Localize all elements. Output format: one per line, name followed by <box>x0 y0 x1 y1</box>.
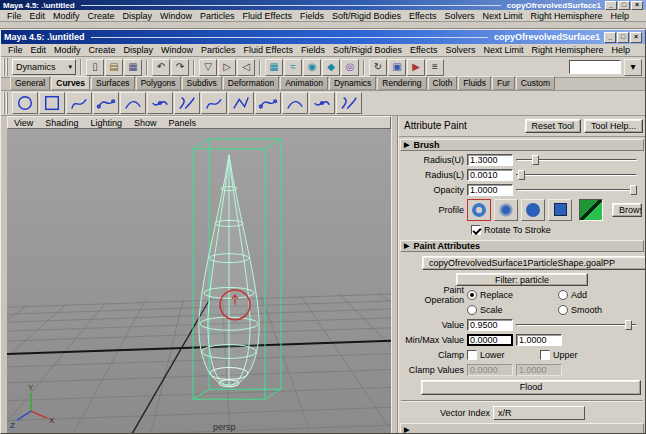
snap-surface-icon[interactable]: ◆ <box>322 59 340 76</box>
redo-icon[interactable]: ↷ <box>171 59 189 76</box>
maximize-button[interactable]: □ <box>617 32 629 43</box>
shelf-tab-surfaces[interactable]: Surfaces <box>91 76 135 90</box>
minimize-button[interactable]: _ <box>605 1 617 10</box>
radius-l-slider[interactable] <box>516 169 637 181</box>
menu-particles[interactable]: Particles <box>196 11 239 21</box>
menu-effects[interactable]: Effects <box>405 11 440 21</box>
new-scene-icon[interactable]: ▯ <box>86 59 104 76</box>
profile-square-button[interactable] <box>548 199 572 221</box>
menu-next-limit[interactable]: Next Limit <box>479 45 527 55</box>
menu-modify[interactable]: Modify <box>50 45 85 55</box>
make-live-icon[interactable]: ◎ <box>341 59 359 76</box>
ep-curve-shelf-icon[interactable] <box>93 92 119 114</box>
select-object-icon[interactable]: ▷ <box>218 59 236 76</box>
shelf-tab-rendering[interactable]: Rendering <box>377 76 426 90</box>
profile-gaussian-button[interactable] <box>467 199 491 221</box>
snap-grid-icon[interactable]: ▦ <box>265 59 283 76</box>
arc-2pt-shelf-icon[interactable] <box>147 92 173 114</box>
radius-u-field[interactable]: 1.3000 <box>467 154 513 166</box>
close-button[interactable]: × <box>631 1 643 10</box>
brush-section-header[interactable]: ▶ Brush <box>400 139 644 151</box>
paint-attributes-section-header[interactable]: ▶ Paint Attributes <box>400 240 644 252</box>
rebuild-curve-shelf-icon[interactable] <box>336 92 362 114</box>
menu-fluid-effects[interactable]: Fluid Effects <box>240 45 297 55</box>
menu-window[interactable]: Window <box>156 11 196 21</box>
paint-attribute-button[interactable]: copyOfrevolvedSurface1ParticleShape.goal… <box>422 256 645 270</box>
menu-fields[interactable]: Fields <box>297 45 329 55</box>
background-window-titlebar[interactable]: Maya 4.5: .\untitled copyOfrevolvedSurfa… <box>0 0 646 10</box>
shelf-tab-fluids[interactable]: Fluids <box>458 76 491 90</box>
panel-menu-shading[interactable]: Shading <box>39 118 84 128</box>
shelf-tab-cloth[interactable]: Cloth <box>428 76 458 90</box>
menu-window[interactable]: Window <box>157 45 197 55</box>
tool-help-button[interactable]: Tool Help... <box>584 119 643 133</box>
menu-right-hemisphere[interactable]: Right Hemisphere <box>527 45 607 55</box>
menu-solvers[interactable]: Solvers <box>441 45 479 55</box>
panel-expand-icon[interactable]: ▾ <box>624 59 642 76</box>
select-hierarchy-icon[interactable]: ▽ <box>199 59 217 76</box>
operation-add-radio[interactable] <box>558 290 568 300</box>
shelf-tab-animation[interactable]: Animation <box>280 76 328 90</box>
shelf-tab-fur[interactable]: Fur <box>492 76 515 90</box>
square-shelf-icon[interactable] <box>39 92 65 114</box>
circle-shelf-icon[interactable] <box>12 92 38 114</box>
select-component-icon[interactable]: ◁ <box>237 59 255 76</box>
menu-create[interactable]: Create <box>85 45 120 55</box>
clamp-lower-checkbox[interactable] <box>467 350 477 360</box>
insert-knot-shelf-icon[interactable] <box>255 92 281 114</box>
menu-next-limit[interactable]: Next Limit <box>478 11 526 21</box>
menu-file[interactable]: File <box>4 45 27 55</box>
radius-l-field[interactable]: 0.0010 <box>467 169 513 181</box>
close-button[interactable]: × <box>630 32 642 43</box>
window-titlebar[interactable]: Maya 4.5: .\untitled copyOfrevolvedSurfa… <box>1 30 645 44</box>
shelf-tab-dynamics[interactable]: Dynamics <box>329 76 376 90</box>
panel-menu-lighting[interactable]: Lighting <box>84 118 128 128</box>
max-value-field[interactable]: 1.0000 <box>516 334 562 346</box>
arc-3pt-shelf-icon[interactable] <box>174 92 200 114</box>
menu-create[interactable]: Create <box>84 11 119 21</box>
menu-fields[interactable]: Fields <box>296 11 328 21</box>
shelf-tab-subdivs[interactable]: Subdivs <box>182 76 222 90</box>
profile-solid-button[interactable] <box>521 199 545 221</box>
open-scene-icon[interactable]: ▤ <box>105 59 123 76</box>
render-current-frame-icon[interactable]: ▣ <box>388 59 406 76</box>
menu-effects[interactable]: Effects <box>406 45 441 55</box>
operation-scale-radio[interactable] <box>467 305 477 315</box>
shelf-tab-polygons[interactable]: Polygons <box>136 76 181 90</box>
brush-image-swatch[interactable] <box>579 199 603 221</box>
radius-u-slider[interactable] <box>516 154 637 166</box>
snap-curve-icon[interactable]: ≈ <box>284 59 302 76</box>
value-field[interactable]: 0.9500 <box>467 319 513 331</box>
reset-tool-button[interactable]: Reset Tool <box>525 119 581 133</box>
quick-select-field[interactable] <box>569 60 621 74</box>
panel-menu-show[interactable]: Show <box>128 118 163 128</box>
construction-history-icon[interactable]: ↻ <box>369 59 387 76</box>
opacity-slider[interactable] <box>516 184 637 196</box>
min-value-field[interactable]: 0.0000 <box>467 334 513 346</box>
extend-curve-shelf-icon[interactable] <box>282 92 308 114</box>
render-globals-icon[interactable]: ≡ <box>426 59 444 76</box>
cv-curve-shelf-icon[interactable] <box>66 92 92 114</box>
rotate-to-stroke-checkbox[interactable] <box>471 225 481 235</box>
menu-set-dropdown[interactable]: Dynamics ▾ <box>12 59 76 75</box>
collapsed-section-header[interactable]: ▶ <box>400 423 644 433</box>
curve-fillet-shelf-icon[interactable] <box>201 92 227 114</box>
ipr-render-icon[interactable]: ▶ <box>407 59 425 76</box>
perspective-viewport[interactable]: Y X Z persp <box>7 129 391 433</box>
vector-index-dropdown[interactable]: x/R <box>493 406 585 420</box>
shelf-tab-custom[interactable]: Custom <box>516 76 555 90</box>
undo-icon[interactable]: ↶ <box>152 59 170 76</box>
operation-smooth-radio[interactable] <box>558 305 568 315</box>
flood-button[interactable]: Flood <box>421 380 641 395</box>
menu-edit[interactable]: Edit <box>27 45 51 55</box>
cut-curve-shelf-icon[interactable] <box>228 92 254 114</box>
menu-display[interactable]: Display <box>119 11 157 21</box>
menu-soft-rigid-bodies[interactable]: Soft/Rigid Bodies <box>329 45 406 55</box>
section-grip[interactable] <box>3 58 9 76</box>
save-scene-icon[interactable]: ▦ <box>124 59 142 76</box>
filter-button[interactable]: Filter: particle <box>456 273 588 286</box>
pane-splitter[interactable] <box>391 116 398 433</box>
pencil-curve-shelf-icon[interactable] <box>120 92 146 114</box>
operation-replace-radio[interactable] <box>467 290 477 300</box>
menu-solvers[interactable]: Solvers <box>440 11 478 21</box>
